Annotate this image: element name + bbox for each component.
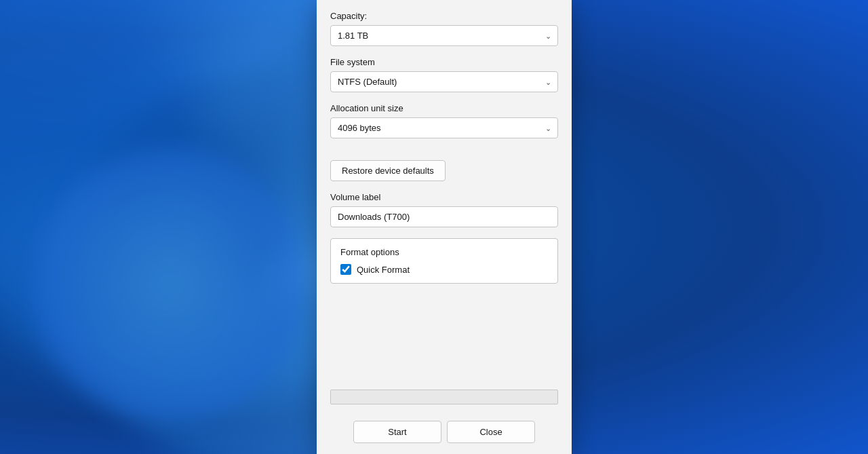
capacity-label: Capacity: bbox=[330, 11, 558, 21]
quick-format-row[interactable]: Quick Format bbox=[340, 264, 548, 275]
file-system-dropdown-wrapper: NTFS (Default) FAT32 exFAT ⌄ bbox=[330, 71, 558, 92]
dialog-content: Capacity: 1.81 TB ⌄ File system NTFS (De… bbox=[317, 0, 572, 384]
capacity-dropdown-wrapper: 1.81 TB ⌄ bbox=[330, 25, 558, 46]
format-dialog: Capacity: 1.81 TB ⌄ File system NTFS (De… bbox=[317, 0, 572, 454]
allocation-dropdown-wrapper: 512 bytes 1024 bytes 2048 bytes 4096 byt… bbox=[330, 117, 558, 138]
capacity-field-group: Capacity: 1.81 TB ⌄ bbox=[330, 11, 558, 46]
start-button[interactable]: Start bbox=[353, 421, 441, 443]
file-system-dropdown[interactable]: NTFS (Default) FAT32 exFAT bbox=[330, 71, 558, 92]
allocation-field-group: Allocation unit size 512 bytes 1024 byte… bbox=[330, 103, 558, 138]
restore-defaults-button[interactable]: Restore device defaults bbox=[330, 160, 446, 181]
allocation-label: Allocation unit size bbox=[330, 103, 558, 113]
dialog-footer: Start Close bbox=[317, 413, 572, 454]
file-system-field-group: File system NTFS (Default) FAT32 exFAT ⌄ bbox=[330, 57, 558, 92]
quick-format-checkbox[interactable] bbox=[340, 264, 351, 275]
close-button[interactable]: Close bbox=[447, 421, 535, 443]
progress-bar-container bbox=[330, 390, 558, 404]
capacity-dropdown[interactable]: 1.81 TB bbox=[330, 25, 558, 46]
quick-format-label: Quick Format bbox=[357, 265, 410, 275]
format-options-box: Format options Quick Format bbox=[330, 238, 558, 284]
volume-label-field-group: Volume label bbox=[330, 192, 558, 227]
restore-defaults-group: Restore device defaults bbox=[330, 160, 558, 181]
separator-1 bbox=[330, 149, 558, 160]
volume-label-input[interactable] bbox=[330, 206, 558, 227]
volume-label-label: Volume label bbox=[330, 192, 558, 202]
swirl-decoration-3 bbox=[34, 149, 305, 420]
format-options-title: Format options bbox=[340, 247, 548, 257]
file-system-label: File system bbox=[330, 57, 558, 67]
allocation-dropdown[interactable]: 512 bytes 1024 bytes 2048 bytes 4096 byt… bbox=[330, 117, 558, 138]
